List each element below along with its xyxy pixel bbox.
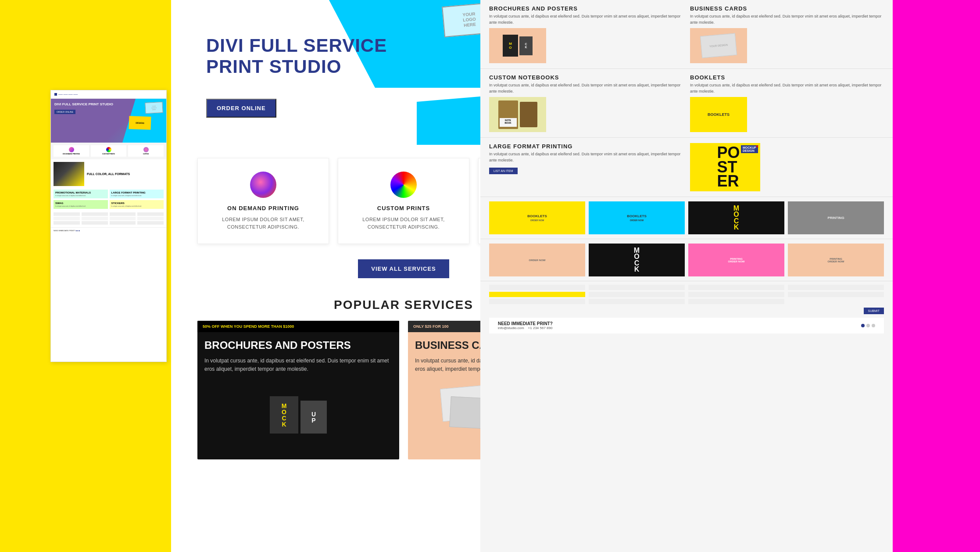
rp-dot-2[interactable] [866, 324, 870, 327]
rp-brochures-col: BROCHURES AND POSTERS In volutpat cursus… [489, 5, 683, 63]
service-icon-custom-prints [390, 172, 417, 198]
popular-card-header-brochures: 50% OFF WHEN YOU SPEND MORE THAN $1000 [197, 321, 399, 332]
rp-thumb-4: PRINTING [788, 201, 884, 234]
rp-booklets-thumb: BOOKLETS [690, 97, 747, 132]
preview-swag-desc-2: In volutpat cursus ante, id dapibus erat… [111, 205, 162, 207]
service-desc-custom-prints: LOREM IPSUM DOLOR SIT AMET, CONSECTETUR … [347, 216, 460, 230]
rp-form-field-4 [788, 285, 884, 290]
order-online-button[interactable]: ORDER ONLINE [206, 99, 276, 118]
preview-need-print: NEED IMMEDIATE PRINT? [54, 229, 75, 232]
preview-svc-icon-3 [143, 147, 149, 152]
preview-promo-2: LARGE FORMAT PRINTING In volutpat cursus… [110, 190, 164, 198]
preview-table-cell [82, 221, 108, 225]
rp-large-format-img-col: POSTER MOCKUPDESIGN ✕ [690, 143, 884, 191]
rp-large-format-btn[interactable]: LIST AN ITEM [489, 168, 518, 174]
preview-svc-label-1: ON DEMAND PRINTING [55, 153, 87, 155]
rp-form-field-11 [688, 299, 784, 304]
preview-promo-row: PROMOTIONAL MATERIALS In volutpat cursus… [51, 188, 166, 200]
preview-table-row-3 [54, 221, 164, 225]
rp-thumb-label-4: PRINTING [827, 216, 844, 220]
preview-swag-title-2: STICKERS [111, 202, 162, 204]
rp-thumb-mockup-1: MOCK [733, 205, 739, 231]
rp-thumb-6: MOCK [589, 244, 685, 276]
rp-thumb-2: BOOKLETS ORDER NOW [589, 201, 685, 234]
rp-brochures-thumb: MO CK [489, 28, 546, 63]
website-preview-thumbnail: —— —— —— —— DIVI FULL SERVICE PRINT STUD… [50, 90, 167, 362]
rp-form-row-2 [489, 292, 884, 297]
rp-form-area: SUBMIT [480, 281, 893, 318]
brochures-mockup: MOCK UP [270, 396, 327, 434]
rp-dot-3[interactable] [872, 324, 875, 327]
preview-svc-icon-1 [69, 147, 74, 152]
rp-grid-thumbs-row1: BOOKLETS ORDER NOW BOOKLETS ORDER NOW MO… [480, 197, 893, 239]
rp-form-field-spacer [788, 299, 884, 304]
preview-swag-row: SWAG In volutpat cursus ante, id dapibus… [51, 200, 166, 211]
rp-need-print-title: NEED IMMEDIATE PRINT? [498, 321, 553, 326]
rp-large-format-btn-area: LIST AN ITEM [489, 166, 683, 174]
preview-social-icons: ■ ■ ■ [76, 229, 80, 232]
preview-swag-desc-1: In volutpat cursus ante, id dapibus erat… [55, 205, 106, 207]
rp-need-print-text: NEED IMMEDIATE PRINT? info@studio.com +1… [498, 321, 553, 330]
brochures-book-1: MOCK [270, 396, 298, 434]
preview-table-cell [54, 212, 80, 216]
rp-row-large-format: LARGE FORMAT PRINTING In volutpat cursus… [480, 138, 893, 197]
preview-fullcolor-title: FULL COLOR, ALL FORMATS [87, 172, 130, 176]
rp-large-format-title: LARGE FORMAT PRINTING [489, 143, 683, 150]
rp-grid-thumbs-row2: ORDER NOW MOCK PRINTINGORDER NOW PRINTIN… [480, 239, 893, 281]
rp-thumb-label-8: PRINTINGORDER NOW [828, 258, 844, 263]
preview-table-cell [54, 217, 80, 220]
preview-promo-title-2: LARGE FORMAT PRINTING [111, 191, 162, 194]
rp-row-brochures-business: BROCHURES AND POSTERS In volutpat cursus… [480, 0, 893, 69]
rp-notebooks-col: CUSTOM NOTEBOOKS In volutpat cursus ante… [489, 74, 683, 132]
service-desc-on-demand: LOREM IPSUM DOLOR SIT AMET, CONSECTETUR … [207, 216, 320, 230]
preview-table [51, 211, 166, 227]
rp-thumb-8: PRINTINGORDER NOW [788, 244, 884, 276]
rp-form-field-1 [489, 285, 585, 290]
preview-table-cell [82, 217, 108, 220]
service-card-custom-prints: CUSTOM PRINTS LOREM IPSUM DOLOR SIT AMET… [338, 158, 469, 244]
rp-large-format-thumb: POSTER MOCKUPDESIGN ✕ [690, 143, 760, 191]
rp-thumb-7: PRINTINGORDER NOW [688, 244, 784, 276]
preview-swag-1: SWAG In volutpat cursus ante, id dapibus… [54, 200, 108, 209]
rp-thumb-label-7: PRINTINGORDER NOW [728, 258, 745, 263]
popular-card-title-brochures: BROCHURES AND POSTERS [204, 339, 392, 351]
service-icon-on-demand [250, 172, 276, 198]
preview-table-row-2 [54, 217, 164, 220]
rp-form-field-2 [589, 285, 685, 290]
rp-large-format-desc: In volutpat cursus ante, id dapibus erat… [489, 151, 683, 163]
rp-form-field-8 [788, 292, 884, 297]
rp-need-print-contact: info@studio.com +1 234 567 890 [498, 326, 553, 330]
rp-dot-1[interactable] [861, 324, 865, 327]
rp-brochures-desc: In volutpat cursus ante, id dapibus erat… [489, 14, 683, 25]
view-all-services-button[interactable]: VIEW ALL SERVICES [358, 259, 449, 278]
rp-thumb-1: BOOKLETS ORDER NOW [489, 201, 585, 234]
preview-hero-btn: ORDER ONLINE [54, 110, 75, 114]
rp-form-submit-btn[interactable]: SUBMIT [864, 308, 884, 314]
rp-close-x: ✕ [755, 144, 759, 149]
rp-business-thumb: YOUR DESIGN [690, 28, 747, 63]
preview-service-2: CUSTOM PRINTS [91, 145, 126, 157]
rp-form-submit-area: SUBMIT [489, 306, 884, 314]
rp-notebook-1: NOTEBOOK [498, 100, 518, 129]
rp-business-desc: In volutpat cursus ante, id dapibus erat… [690, 14, 884, 25]
preview-svc-label-3: COPIES [130, 153, 162, 155]
right-panel: BROCHURES AND POSTERS In volutpat cursus… [480, 0, 893, 552]
rp-business-img: YOUR DESIGN [690, 28, 884, 63]
preview-table-cell [137, 217, 164, 220]
rp-thumb-mockup-2: MOCK [634, 247, 640, 273]
preview-promo-desc-1: In volutpat cursus ante, id dapibus erat… [55, 195, 106, 197]
preview-table-cell [110, 217, 136, 220]
rp-poster-text: POSTER [710, 146, 740, 188]
preview-promo-title-1: PROMOTIONAL MATERIALS [55, 191, 106, 194]
rp-b-book1: MO [503, 35, 518, 57]
rp-notebook-label: NOTEBOOK [500, 118, 517, 127]
rp-booklets-col: BOOKLETS In volutpat cursus ante, id dap… [690, 74, 884, 132]
brochures-book-2: UP [300, 401, 327, 434]
preview-services-row: ON DEMAND PRINTING CUSTOM PRINTS COPIES [51, 143, 166, 159]
rp-thumb-label-2: BOOKLETS ORDER NOW [627, 214, 646, 222]
preview-service-3: COPIES [128, 145, 164, 157]
rp-brochures-img: MO CK [489, 28, 683, 63]
rp-thumb-label-1: BOOKLETS ORDER NOW [527, 214, 547, 222]
rp-notebooks-desc: In volutpat cursus ante, id dapibus erat… [489, 82, 683, 94]
service-title-custom-prints: CUSTOM PRINTS [347, 205, 460, 211]
